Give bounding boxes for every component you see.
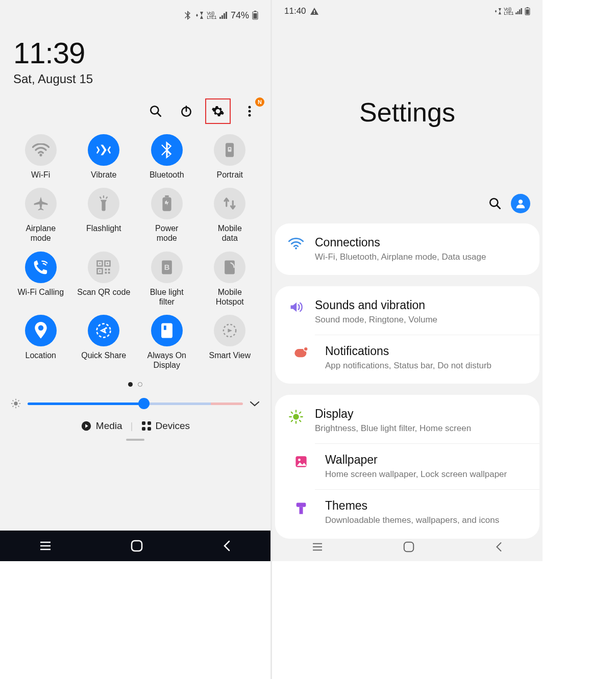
drag-handle[interactable] (0, 435, 270, 450)
tile-airplane[interactable]: Airplanemode (9, 188, 72, 243)
svg-line-44 (18, 400, 19, 401)
row-text: Themes Downloadable themes, wallpapers, … (325, 499, 527, 526)
home-button[interactable] (130, 539, 143, 552)
settings-row-wallpaper[interactable]: Wallpaper Home screen wallpaper, Lock sc… (315, 443, 539, 489)
tile-location[interactable]: Location (9, 315, 72, 370)
tile-smartview[interactable]: Smart View (199, 315, 262, 370)
settings-group: Display Brightness, Blue light filter, H… (275, 395, 539, 538)
top-actions (272, 194, 543, 223)
devices-button[interactable]: Devices (141, 420, 190, 432)
brightness-expand[interactable] (249, 400, 260, 407)
tile-portrait[interactable]: Portrait (199, 134, 262, 180)
tile-aod[interactable]: Always OnDisplay (135, 315, 199, 370)
tile-label: Mobiledata (218, 223, 242, 243)
settings-screen: 11:40 Vo)) LTE1 Settings Connections Wi-… (272, 0, 543, 561)
smartview-icon (214, 315, 245, 346)
tile-label: Portrait (216, 170, 243, 180)
quick-tiles-grid: Wi-Fi Vibrate Bluetooth Portrait Airplan… (0, 131, 270, 370)
quick-settings-panel: Vo)) LTE1 74% 11:39 Sat, August 15 N Wi-… (0, 0, 270, 561)
svg-point-9 (249, 114, 251, 117)
search-button[interactable] (144, 99, 167, 123)
clock-time: 11:39 (13, 36, 257, 70)
grid-icon (141, 421, 152, 431)
tile-wificall[interactable]: Wi-Fi Calling (9, 252, 72, 307)
power-icon (151, 188, 183, 219)
tile-wifi[interactable]: Wi-Fi (9, 134, 72, 180)
home-button[interactable] (403, 541, 415, 553)
row-title: Display (315, 407, 527, 421)
svg-rect-1 (254, 11, 256, 12)
media-button[interactable]: Media (81, 420, 122, 432)
svg-rect-55 (314, 13, 315, 14)
brightness-row (0, 387, 270, 414)
status-time: 11:40 (284, 6, 306, 16)
row-title: Connections (315, 236, 527, 249)
settings-row-sound[interactable]: Sounds and vibration Sound mode, Rington… (275, 289, 539, 335)
tile-qr[interactable]: Scan QR code (72, 252, 136, 307)
page-indicator[interactable] (0, 382, 270, 387)
tile-bluelight[interactable]: B Blue lightfilter (135, 252, 199, 307)
brightness-icon (10, 398, 21, 409)
settings-row-wifi[interactable]: Connections Wi-Fi, Bluetooth, Airplane m… (275, 227, 539, 272)
back-button[interactable] (222, 539, 231, 552)
separator: | (131, 420, 133, 432)
svg-rect-25 (105, 268, 107, 270)
tile-label: Location (26, 350, 57, 360)
tile-quickshare[interactable]: Quick Share (72, 315, 136, 370)
svg-point-32 (105, 327, 107, 329)
settings-row-themes[interactable]: Themes Downloadable themes, wallpapers, … (315, 489, 539, 535)
svg-line-70 (291, 412, 292, 413)
svg-rect-57 (527, 7, 529, 8)
recents-button[interactable] (312, 542, 323, 551)
battery-icon (252, 11, 258, 20)
svg-line-43 (13, 406, 14, 407)
settings-row-notif[interactable]: Notifications App notifications, Status … (315, 335, 539, 381)
svg-rect-23 (107, 263, 109, 264)
person-icon (515, 198, 526, 209)
tile-power[interactable]: Powermode (135, 188, 199, 243)
svg-rect-26 (108, 268, 110, 270)
display-icon (287, 407, 305, 424)
tile-vibrate[interactable]: Vibrate (72, 134, 136, 180)
tile-flashlight[interactable]: Flashlight (72, 188, 136, 243)
row-subtitle: Downloadable themes, wallpapers, and ico… (325, 515, 527, 526)
search-button[interactable] (488, 197, 502, 210)
tile-label: Blue lightfilter (150, 287, 184, 307)
power-button[interactable] (175, 99, 198, 123)
signal-status-icon (219, 12, 228, 19)
brightness-slider[interactable] (28, 403, 243, 405)
row-text: Connections Wi-Fi, Bluetooth, Airplane m… (315, 236, 527, 263)
svg-rect-58 (526, 9, 529, 14)
tile-hotspot[interactable]: MobileHotspot (199, 252, 262, 307)
warning-icon (310, 8, 318, 15)
svg-line-72 (291, 420, 292, 421)
settings-group: Connections Wi-Fi, Bluetooth, Airplane m… (275, 223, 539, 275)
volte-status-icon: Vo)) LTE1 (504, 7, 513, 15)
tile-bluetooth[interactable]: Bluetooth (135, 134, 199, 180)
svg-rect-48 (142, 427, 145, 431)
row-title: Notifications (325, 344, 527, 358)
settings-row-display[interactable]: Display Brightness, Blue light filter, H… (275, 398, 539, 443)
recents-button[interactable] (39, 541, 52, 551)
brightness-thumb[interactable] (138, 398, 150, 409)
wallpaper-icon (275, 453, 315, 468)
wifi-icon (25, 134, 57, 166)
tile-label: Scan QR code (77, 287, 130, 297)
svg-rect-46 (142, 421, 145, 425)
svg-line-71 (300, 420, 301, 421)
svg-rect-27 (105, 271, 107, 273)
vibrate-status-icon (194, 11, 204, 19)
clock-area: 11:39 Sat, August 15 (0, 31, 270, 98)
devices-label: Devices (156, 420, 190, 432)
portrait-icon (214, 134, 245, 166)
account-avatar[interactable] (511, 194, 530, 213)
back-button[interactable] (495, 541, 503, 553)
tile-mobiledata[interactable]: Mobiledata (199, 188, 262, 243)
more-button[interactable]: N (238, 99, 261, 123)
bottom-buttons: Media | Devices (0, 414, 270, 435)
settings-button-highlighted[interactable] (205, 98, 231, 124)
status-bar: Vo)) LTE1 74% (0, 0, 270, 31)
clock-date: Sat, August 15 (13, 72, 257, 86)
bluetooth-status-icon (184, 11, 191, 20)
svg-point-62 (295, 247, 297, 249)
